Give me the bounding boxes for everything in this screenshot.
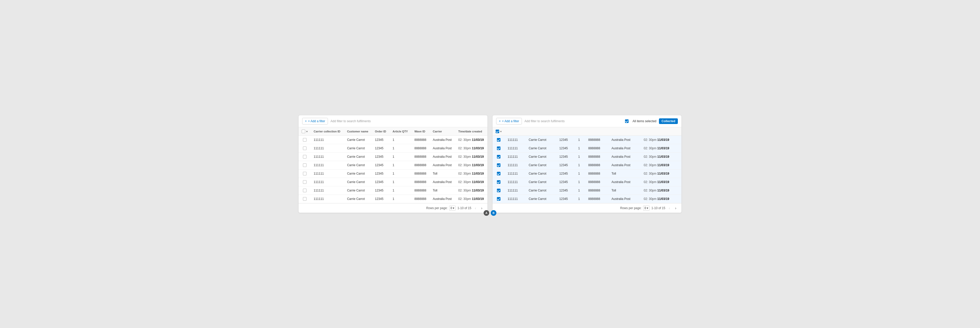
time-date-cell: 02: 30pm 11/03/19	[641, 170, 681, 178]
customer-name-cell: Carrie Carrot	[525, 161, 556, 170]
carrier-collection-id-cell: 111111	[504, 186, 525, 195]
rows-select-left[interactable]: 8 ▾	[449, 206, 455, 211]
customer-name-cell: Carrie Carrot	[525, 186, 556, 195]
rows-dropdown-icon-left: ▾	[453, 206, 454, 210]
row-checkbox[interactable]	[497, 180, 501, 184]
carrier-collection-id-cell: 111111	[310, 178, 344, 186]
header-checkbox-dropdown-left[interactable]: ▾	[306, 130, 307, 133]
row-checkbox[interactable]	[497, 163, 501, 167]
carrier-collection-id-cell: 111111	[310, 195, 344, 203]
time-date-cell: 02: 30pm 11/03/19	[641, 186, 681, 195]
row-checkbox-cell	[299, 178, 310, 186]
table-row: 111111 Carrie Carrot 12345 1 8888888 Aus…	[493, 136, 681, 144]
right-table-header-row: ▾	[493, 127, 681, 136]
row-checkbox-cell	[493, 136, 504, 144]
order-id-cell: 12345	[372, 161, 390, 170]
row-checkbox[interactable]	[303, 138, 307, 142]
wave-id-cell: 8888888	[585, 161, 608, 170]
row-checkbox[interactable]	[497, 147, 501, 150]
add-filter-button-left[interactable]: + + Add a filter	[302, 118, 328, 125]
wave-id-cell: 8888888	[411, 161, 430, 170]
table-row: 111111 Carrie Carrot 12345 1 8888888 Aus…	[299, 161, 487, 170]
carrier-cell: Australia Post	[608, 153, 641, 161]
table-row: 111111 Carrie Carrot 12345 1 8888888 Aus…	[299, 144, 487, 153]
header-checkbox-dropdown-right[interactable]: ▾	[500, 130, 501, 133]
customer-name-cell: Carrie Carrot	[344, 186, 372, 195]
header-customer-name-right	[525, 127, 556, 136]
carrier-collection-id-cell: 111111	[504, 136, 525, 144]
row-checkbox[interactable]	[303, 147, 307, 150]
next-page-btn-right[interactable]: ›	[673, 206, 678, 211]
wave-id-cell: 8888888	[585, 186, 608, 195]
badge-a: A	[484, 210, 489, 216]
table-row: 111111 Carrie Carrot 12345 1 8888888 Tol…	[299, 170, 487, 178]
rows-select-right[interactable]: 8 ▾	[643, 206, 649, 211]
prev-page-btn-right[interactable]: ‹	[667, 206, 672, 211]
row-checkbox[interactable]	[497, 197, 501, 201]
carrier-cell: Australia Post	[430, 153, 455, 161]
wave-id-cell: 8888888	[411, 186, 430, 195]
row-checkbox[interactable]	[303, 180, 307, 184]
row-checkbox[interactable]	[303, 155, 307, 158]
carrier-cell: Toll	[430, 186, 455, 195]
next-page-btn-left[interactable]: ›	[479, 206, 484, 211]
prev-page-btn-left[interactable]: ‹	[473, 206, 478, 211]
row-checkbox[interactable]	[497, 172, 501, 175]
customer-name-cell: Carrie Carrot	[525, 195, 556, 203]
right-toolbar: + + Add a filter Add filter to search fu…	[493, 115, 681, 127]
order-id-cell: 12345	[556, 178, 575, 186]
article-qty-cell: 1	[575, 170, 585, 178]
row-checkbox[interactable]	[303, 189, 307, 192]
article-qty-cell: 1	[575, 153, 585, 161]
header-carrier-left: Carrier	[430, 127, 455, 136]
add-filter-button-right[interactable]: + + Add a filter	[496, 118, 522, 125]
row-checkbox[interactable]	[497, 189, 501, 192]
time-date-cell: 02: 30pm 11/03/19	[455, 178, 487, 186]
plus-icon: +	[305, 119, 307, 123]
order-id-cell: 12345	[372, 153, 390, 161]
article-qty-cell: 1	[575, 186, 585, 195]
article-qty-cell: 1	[575, 144, 585, 153]
time-date-cell: 02: 30pm 11/03/19	[641, 161, 681, 170]
header-carrier-collection-id-right	[504, 127, 525, 136]
row-checkbox[interactable]	[303, 197, 307, 201]
order-id-cell: 12345	[556, 195, 575, 203]
row-checkbox[interactable]	[303, 163, 307, 167]
left-panel: + + Add a filter Add filter to search fu…	[299, 115, 487, 213]
customer-name-cell: Carrie Carrot	[525, 178, 556, 186]
header-customer-name-left: Customer name	[344, 127, 372, 136]
row-checkbox[interactable]	[303, 172, 307, 175]
row-checkbox-cell	[493, 186, 504, 195]
carrier-cell: Australia Post	[608, 144, 641, 153]
add-filter-label-right: + Add a filter	[502, 119, 519, 123]
rows-value-right: 8	[644, 206, 646, 210]
wave-id-cell: 8888888	[585, 170, 608, 178]
carrier-cell: Australia Post	[430, 195, 455, 203]
carrier-cell: Australia Post	[430, 161, 455, 170]
header-wave-id-left: Wave ID	[411, 127, 430, 136]
customer-name-cell: Carrie Carrot	[344, 195, 372, 203]
page-info-left: 1-10 of 15	[458, 206, 471, 210]
article-qty-cell: 1	[390, 178, 411, 186]
row-checkbox[interactable]	[497, 155, 501, 158]
right-panel: + + Add a filter Add filter to search fu…	[493, 115, 681, 213]
carrier-collection-id-cell: 111111	[504, 195, 525, 203]
row-checkbox[interactable]	[497, 138, 501, 142]
carrier-cell: Australia Post	[608, 195, 641, 203]
time-date-cell: 02: 30pm 11/03/19	[455, 153, 487, 161]
all-items-checkbox-right[interactable]	[625, 119, 628, 123]
carrier-collection-id-cell: 111111	[310, 144, 344, 153]
time-date-cell: 02: 30pm 11/03/19	[455, 186, 487, 195]
row-checkbox-cell	[299, 186, 310, 195]
badge-b: B	[491, 210, 496, 216]
customer-name-cell: Carrie Carrot	[344, 170, 372, 178]
header-checkbox-left[interactable]	[302, 130, 305, 133]
header-checkbox-right[interactable]	[496, 130, 499, 133]
collected-badge[interactable]: Collected	[659, 118, 678, 124]
rows-value-left: 8	[450, 206, 452, 210]
customer-name-cell: Carrie Carrot	[525, 170, 556, 178]
order-id-cell: 12345	[556, 153, 575, 161]
time-date-cell: 02: 30pm 11/03/19	[641, 195, 681, 203]
customer-name-cell: Carrie Carrot	[525, 153, 556, 161]
wave-id-cell: 8888888	[411, 170, 430, 178]
